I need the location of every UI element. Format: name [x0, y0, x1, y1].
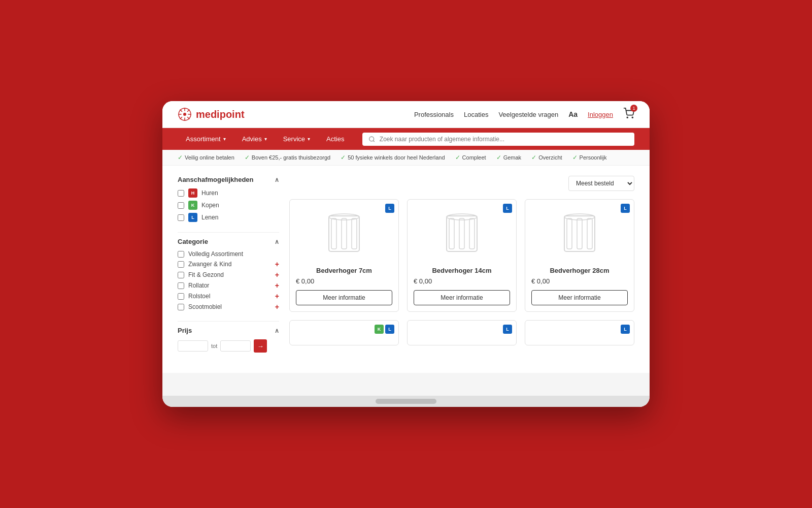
filter-cat-zwanger[interactable]: Zwanger & Kind +	[178, 260, 279, 268]
checkbox-lenen[interactable]	[178, 214, 184, 221]
filter-lenen[interactable]: L Lenen	[178, 213, 279, 222]
price-submit-button[interactable]: →	[254, 339, 267, 353]
bedverhoger-svg-2	[559, 211, 600, 257]
laptop-frame: medipoint Professionals Locaties Veelges…	[162, 101, 650, 407]
filter-cat-scootmobiel[interactable]: Scootmobiel +	[178, 303, 279, 311]
svg-line-6	[180, 110, 182, 112]
nav-locaties[interactable]: Locaties	[464, 111, 488, 118]
svg-point-1	[183, 113, 186, 116]
filter-cat-fit[interactable]: Fit & Gezond +	[178, 271, 279, 279]
svg-rect-25	[567, 218, 572, 249]
chevron-down-icon: ▾	[223, 136, 226, 142]
site-header: medipoint Professionals Locaties Veelges…	[162, 101, 650, 128]
font-size-button[interactable]: Aa	[568, 110, 578, 118]
check-icon: ✓	[572, 154, 578, 161]
partial-badges-1: L	[503, 325, 512, 334]
partial-badges-0: K L	[375, 325, 394, 334]
partial-badge-l: L	[621, 325, 630, 334]
product-badge-2: L	[621, 204, 630, 213]
products-grid-row2: K L L L	[289, 320, 634, 345]
product-badge-1: L	[503, 204, 512, 213]
price-to-input[interactable]	[220, 340, 251, 352]
checkbox-rolstoel[interactable]	[178, 293, 184, 300]
svg-rect-20	[449, 218, 454, 249]
checkbox-scootmobiel[interactable]	[178, 304, 184, 310]
product-image-2	[531, 206, 628, 262]
svg-rect-19	[447, 216, 477, 251]
chevron-up-icon: ∧	[275, 176, 279, 183]
svg-rect-27	[587, 218, 592, 249]
product-name-2: Bedverhoger 28cm	[531, 267, 628, 274]
laptop-bottom	[162, 396, 650, 407]
checkbox-kopen[interactable]	[178, 202, 184, 209]
svg-rect-16	[342, 218, 347, 249]
filter-cat-rollator[interactable]: Rollator +	[178, 281, 279, 290]
svg-rect-15	[331, 218, 336, 249]
checkbox-volledig[interactable]	[178, 251, 184, 258]
bedverhoger-svg-0	[324, 211, 364, 257]
usp-item-6: ✓ Persoonlijk	[572, 154, 607, 161]
usp-item-2: ✓ 50 fysieke winkels door heel Nederland	[341, 154, 445, 161]
check-icon: ✓	[531, 154, 536, 161]
usp-item-0: ✓ Veilig online betalen	[178, 154, 234, 161]
check-icon: ✓	[455, 154, 460, 161]
checkbox-rollator[interactable]	[178, 282, 184, 289]
product-card-2: L Bedverhoger 28cm € 0,00	[525, 199, 634, 312]
partial-badge-l: L	[385, 325, 394, 334]
expand-rolstoel-button[interactable]: +	[275, 292, 279, 300]
laptop-notch	[376, 399, 436, 404]
login-button[interactable]: Inloggen	[588, 111, 613, 118]
nav-advies[interactable]: Advies ▾	[234, 128, 275, 150]
svg-line-8	[187, 110, 189, 112]
main-content: Aanschafmogelijkheden ∧ H Huren K Kopen	[162, 166, 650, 373]
badge-huren: H	[188, 188, 197, 198]
nav-professionals[interactable]: Professionals	[414, 111, 454, 118]
filter-kopen[interactable]: K Kopen	[178, 201, 279, 210]
header-nav: Professionals Locaties Veelgestelde vrag…	[414, 108, 634, 121]
product-price-0: € 0,00	[296, 277, 392, 285]
expand-scootmobiel-button[interactable]: +	[275, 303, 279, 311]
partial-badge-k: K	[375, 325, 384, 334]
expand-rollator-button[interactable]: +	[275, 281, 279, 290]
sort-select[interactable]: Meest besteld Prijs laag-hoog Prijs hoog…	[568, 176, 634, 191]
check-icon: ✓	[496, 154, 501, 161]
expand-fit-button[interactable]: +	[275, 271, 279, 279]
filter-cat-rolstoel[interactable]: Rolstoel +	[178, 292, 279, 300]
search-input[interactable]	[380, 136, 628, 143]
filter-huren[interactable]: H Huren	[178, 188, 279, 198]
nav-assortiment[interactable]: Assortiment ▾	[178, 128, 234, 150]
nav-acties[interactable]: Acties	[318, 128, 352, 150]
check-icon: ✓	[341, 154, 346, 161]
svg-point-11	[632, 117, 633, 118]
product-name-1: Bedverhoger 14cm	[414, 267, 510, 274]
filter-prijs-title: Prijs ∧	[178, 327, 279, 334]
svg-point-28	[564, 214, 595, 220]
badge-lenen: L	[188, 213, 197, 222]
expand-zwanger-button[interactable]: +	[275, 260, 279, 268]
svg-rect-21	[459, 218, 464, 249]
product-image-1	[414, 206, 510, 262]
cart-button[interactable]: 1	[623, 108, 634, 121]
checkbox-huren[interactable]	[178, 190, 184, 197]
product-card-partial-0: K L	[289, 320, 399, 345]
svg-rect-14	[329, 216, 359, 251]
products-area: Meest besteld Prijs laag-hoog Prijs hoog…	[289, 176, 634, 363]
nav-bar: Assortiment ▾ Advies ▾ Service ▾ Acties	[162, 128, 650, 150]
product-btn-0[interactable]: Meer informatie	[296, 290, 392, 305]
filter-cat-volledig[interactable]: Volledig Assortiment	[178, 250, 279, 258]
product-card-partial-2: L	[525, 320, 634, 345]
product-btn-2[interactable]: Meer informatie	[531, 290, 628, 305]
checkbox-fit[interactable]	[178, 272, 184, 278]
price-from-input[interactable]	[178, 340, 208, 352]
logo-text: medipoint	[196, 109, 245, 120]
product-image-0	[296, 206, 392, 262]
price-filter: tot →	[178, 339, 279, 353]
sidebar-filters: Aanschafmogelijkheden ∧ H Huren K Kopen	[178, 176, 279, 363]
svg-rect-17	[352, 218, 357, 249]
checkbox-zwanger[interactable]	[178, 261, 184, 268]
logo-area[interactable]: medipoint	[178, 107, 245, 121]
nav-faq[interactable]: Veelgestelde vragen	[498, 111, 558, 118]
nav-service[interactable]: Service ▾	[275, 128, 318, 150]
usp-item-1: ✓ Boven €25,- gratis thuisbezorgd	[245, 154, 330, 161]
product-btn-1[interactable]: Meer informatie	[414, 290, 510, 305]
